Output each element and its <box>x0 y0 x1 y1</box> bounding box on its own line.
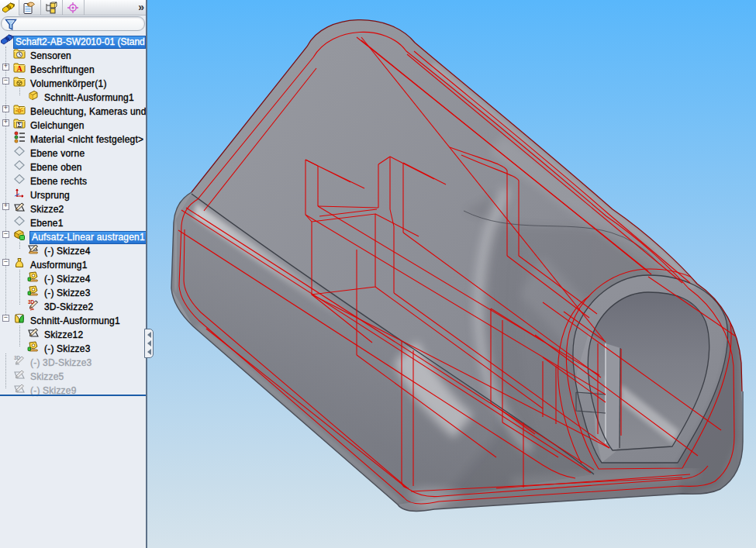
svg-text:Σ: Σ <box>17 122 21 129</box>
svg-text:3D: 3D <box>14 355 21 360</box>
svg-text:3D: 3D <box>28 299 35 305</box>
svg-text:A: A <box>16 64 22 73</box>
